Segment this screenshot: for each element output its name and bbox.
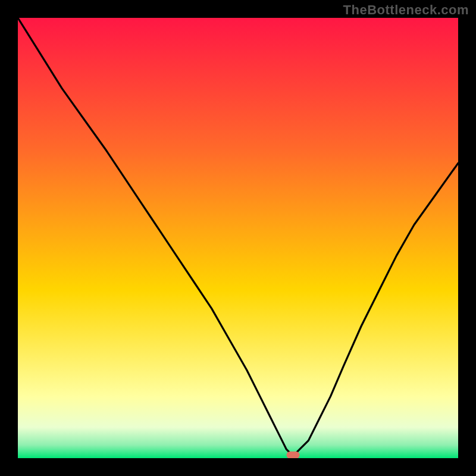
chart-frame: { "watermark": "TheBottleneck.com", "col…: [0, 0, 476, 476]
gradient-background: [18, 18, 458, 458]
balance-marker: [287, 452, 300, 458]
watermark-text: TheBottleneck.com: [343, 2, 469, 18]
bottleneck-chart: [18, 18, 458, 458]
